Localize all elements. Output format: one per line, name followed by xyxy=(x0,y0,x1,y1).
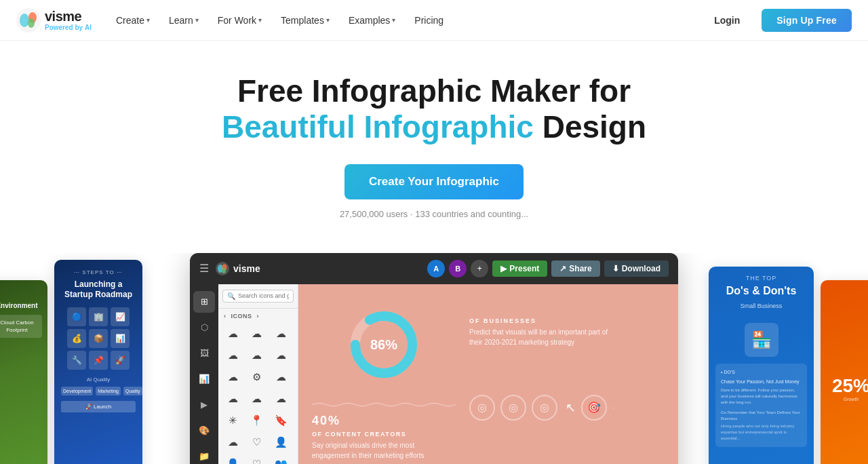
nav-item-forwork[interactable]: For Work ▾ xyxy=(210,11,270,30)
hero-title-blue: Beautiful Infographic xyxy=(222,109,534,144)
nav-item-create[interactable]: Create ▾ xyxy=(108,11,158,30)
icon-cloud-6[interactable]: ☁ xyxy=(271,345,291,366)
icon-gear[interactable]: ⚙ xyxy=(247,367,267,387)
nav-right: Login Sign Up Free xyxy=(701,9,852,32)
sidebar-icon-myfiles[interactable]: 📁 xyxy=(193,446,215,464)
icon-heart[interactable]: ♡ xyxy=(247,432,267,452)
add-collaborator-button[interactable]: + xyxy=(471,260,488,277)
template-card-dos: THE TOP Do's & Don'ts Small Business 🏪 •… xyxy=(709,267,814,464)
canvas-icon-target-2: ◎ xyxy=(500,395,526,421)
download-button[interactable]: ⬇ Download xyxy=(604,260,669,277)
chevron-down-icon: ▾ xyxy=(392,16,395,24)
chevron-down-icon: ▾ xyxy=(146,16,150,24)
icon-bookmark[interactable]: 🔖 xyxy=(271,410,291,431)
svg-point-7 xyxy=(222,268,226,273)
nav-item-templates[interactable]: Templates ▾ xyxy=(273,11,338,30)
hero-title-line2: Beautiful Infographic Design xyxy=(14,109,854,145)
icon-marker[interactable]: ✳ xyxy=(222,410,243,431)
canvas-stat1-desc: Predict that visuals will be an importan… xyxy=(469,327,618,347)
sidebar-icon-photos[interactable]: 🖼 xyxy=(193,343,215,364)
search-icon: 🔍 xyxy=(227,292,235,300)
hero-title-line1: Free Infographic Maker for xyxy=(14,73,854,109)
icon-cloud-10[interactable]: ☁ xyxy=(222,389,243,409)
icon-cloud-11[interactable]: ☁ xyxy=(247,389,267,409)
download-icon: ⬇ xyxy=(612,264,619,273)
icon-cloud-9[interactable]: ☁ xyxy=(271,367,291,387)
mockup-body: ⊞ ⬡ 🖼 📊 ▶ 🎨 📁 ⚙ 🔍 ‹ ICO xyxy=(190,284,678,464)
icon-cloud-2[interactable]: ☁ xyxy=(247,324,267,344)
hero-title-dark: Design xyxy=(534,109,646,144)
nav-item-pricing[interactable]: Pricing xyxy=(406,11,452,30)
canvas-layout: 86% 40% OF CO xyxy=(298,284,678,464)
canvas-right: OF BUSINESSES Predict that visuals will … xyxy=(469,284,678,464)
icon-location[interactable]: 📍 xyxy=(247,410,267,431)
canvas-stat2-of: OF CONTENT CREATORS xyxy=(312,431,456,438)
icons-section-label: ‹ ICONS › xyxy=(218,309,298,321)
icons-panel: 🔍 ‹ ICONS › ☁ ☁ ☁ ☁ ☁ ☁ xyxy=(218,284,298,464)
icon-person[interactable]: 👤 xyxy=(271,432,291,452)
canvas-stat1-of: OF BUSINESSES xyxy=(469,317,665,324)
icon-cloud-3[interactable]: ☁ xyxy=(271,324,291,344)
icon-persons[interactable]: 👥 xyxy=(271,454,291,464)
mockup-canvas: 86% 40% OF CO xyxy=(298,284,678,464)
present-button[interactable]: ▶ Present xyxy=(492,260,547,277)
nav-item-examples[interactable]: Examples ▾ xyxy=(340,11,403,30)
icon-cloud-5[interactable]: ☁ xyxy=(247,345,267,366)
hamburger-icon[interactable]: ☰ xyxy=(199,262,209,275)
icons-grid: ☁ ☁ ☁ ☁ ☁ ☁ ☁ ⚙ ☁ ☁ ☁ ☁ ✳ xyxy=(218,321,298,464)
login-button[interactable]: Login xyxy=(701,9,753,31)
canvas-icon-target-3: ◎ xyxy=(532,395,557,421)
toolbar-logo-icon xyxy=(216,262,229,275)
sidebar-icon-data[interactable]: 📊 xyxy=(193,368,215,390)
svg-point-1 xyxy=(20,14,29,27)
search-input[interactable] xyxy=(238,292,289,299)
icons-nav-left[interactable]: ‹ xyxy=(224,313,226,320)
canvas-stat2-pct: 40% xyxy=(312,414,456,428)
template-card-orange: 25% Growth xyxy=(821,280,868,464)
logo[interactable]: visme Powered by AI xyxy=(16,8,92,33)
chevron-down-icon: ▾ xyxy=(326,16,330,24)
signup-button[interactable]: Sign Up Free xyxy=(762,9,852,32)
canvas-stat2-desc: Say original visuals drive the most enga… xyxy=(312,440,448,461)
icon-cloud-4[interactable]: ☁ xyxy=(222,345,243,366)
icon-cloud-7[interactable]: ☁ xyxy=(222,367,243,387)
icons-nav-right[interactable]: › xyxy=(257,313,260,320)
nav-links: Create ▾ Learn ▾ For Work ▾ Templates ▾ … xyxy=(108,11,701,30)
sidebar-icon-basics[interactable]: ⊞ xyxy=(193,291,215,313)
visme-logo-icon xyxy=(16,8,41,33)
chevron-down-icon: ▾ xyxy=(195,16,199,24)
right-template-cards: THE TOP Do's & Don'ts Small Business 🏪 •… xyxy=(709,253,868,464)
canvas-stat-block-2: 40% OF CONTENT CREATORS Say original vis… xyxy=(312,414,456,461)
icons-search-area: 🔍 xyxy=(218,284,298,309)
cursor-icon: ↖ xyxy=(566,400,576,415)
avatar-user1: A xyxy=(427,260,445,277)
canvas-stat1-block: OF BUSINESSES Predict that visuals will … xyxy=(469,317,665,347)
canvas-icons-row: ◎ ◎ ◎ ↖ 🎯 · xyxy=(469,395,665,425)
nav-item-learn[interactable]: Learn ▾ xyxy=(161,11,207,30)
mockup-toolbar: ☰ visme A B + ▶ Present xyxy=(190,253,678,284)
canvas-icon-dot: · xyxy=(612,403,614,412)
donut-chart-area: 86% xyxy=(312,301,456,389)
sidebar-icon-media[interactable]: ▶ xyxy=(193,394,215,416)
share-button[interactable]: ↗ Share xyxy=(551,260,599,277)
hero-section: Free Infographic Maker for Beautiful Inf… xyxy=(0,41,868,253)
logo-name: visme xyxy=(45,9,92,24)
navbar: visme Powered by AI Create ▾ Learn ▾ For… xyxy=(0,0,868,41)
icon-cloud-12[interactable]: ☁ xyxy=(271,389,291,409)
mockup-sidebar-icons: ⊞ ⬡ 🖼 📊 ▶ 🎨 📁 ⚙ xyxy=(190,284,218,464)
icon-heart-2[interactable]: ♡ xyxy=(247,454,267,464)
icon-cloud-13[interactable]: ☁ xyxy=(222,432,243,452)
cta-button[interactable]: Create Your Infographic xyxy=(344,164,524,199)
template-card-startup: ⋯ Steps to ⋯ Launching a Startup Roadmap… xyxy=(54,260,142,464)
icon-cloud-1[interactable]: ☁ xyxy=(222,324,243,344)
svg-point-3 xyxy=(28,18,35,28)
donut-chart: 86% xyxy=(347,307,421,382)
icon-person-2[interactable]: 👤 xyxy=(222,454,243,464)
hero-subtitle: 27,500,000 users · 133 countries and cou… xyxy=(14,209,854,219)
sidebar-icon-colors[interactable]: 🎨 xyxy=(193,420,215,442)
left-template-cards: Environment Cloud CarbonFootprint ⋯ Step… xyxy=(0,253,142,464)
main-mockup-window: ☰ visme A B + ▶ Present xyxy=(190,253,678,464)
donut-center: 86% xyxy=(370,336,397,352)
share-icon: ↗ xyxy=(559,264,566,273)
sidebar-icon-graphics[interactable]: ⬡ xyxy=(193,317,215,339)
